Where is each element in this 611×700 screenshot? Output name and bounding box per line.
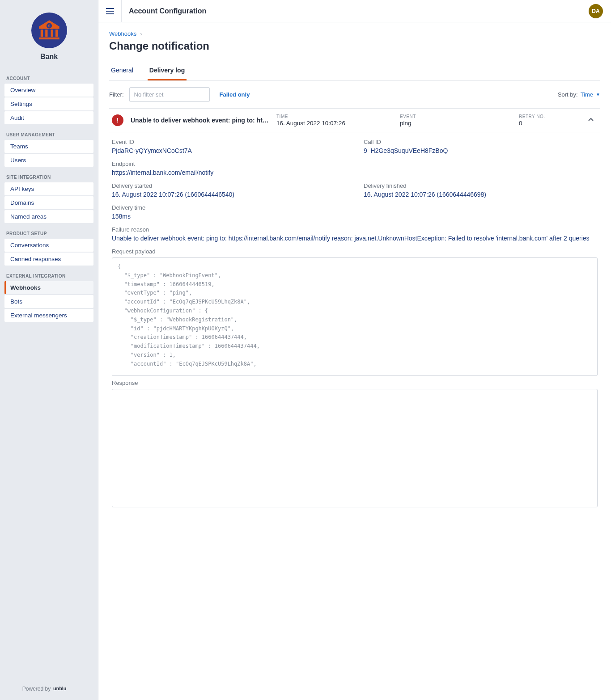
svg-rect-6 <box>39 38 59 39</box>
delivery-time-value: 158ms <box>112 213 346 220</box>
started-value: 16. August 2022 10:07:26 (1660644446540) <box>112 191 346 198</box>
svg-rect-2 <box>40 30 42 37</box>
svg-text:$: $ <box>48 24 50 28</box>
caret-down-icon[interactable]: ▼ <box>596 92 600 97</box>
svg-rect-3 <box>45 30 47 37</box>
bank-icon: $ <box>37 18 62 43</box>
chevron-up-icon <box>588 117 594 123</box>
sidebar-item-audit[interactable]: Audit <box>4 111 93 124</box>
tab-delivery-log[interactable]: Delivery log <box>148 62 187 80</box>
sidebar: $ Bank ACCOUNT Overview Settings Audit U… <box>0 0 98 700</box>
request-payload-box[interactable]: { "$_type" : "WebhookPingEvent", "timest… <box>112 257 598 376</box>
failure-reason-label: Failure reason <box>112 226 598 233</box>
svg-rect-8 <box>106 8 114 9</box>
nav-section-product: PRODUCT SETUP <box>4 228 93 238</box>
avatar[interactable]: DA <box>589 4 603 18</box>
unblu-logo-icon: unblu <box>53 686 76 692</box>
event-id-label: Event ID <box>112 139 346 145</box>
call-id-value: 9_H2Ge3qSuquVEeH8FzBoQ <box>364 147 598 154</box>
chevron-right-icon: › <box>140 30 142 37</box>
log-event-value: ping <box>400 120 512 127</box>
collapse-button[interactable] <box>588 117 594 124</box>
brand-logo: $ <box>31 13 67 48</box>
endpoint-label: Endpoint <box>112 160 346 167</box>
tabs: General Delivery log <box>109 62 600 81</box>
tab-general[interactable]: General <box>109 62 135 80</box>
svg-rect-4 <box>51 30 53 37</box>
failure-reason-value: Unable to deliver webhook event: ping to… <box>112 235 598 242</box>
filter-row: Filter: Failed only Sort by: Time ▼ <box>109 81 600 109</box>
failed-only-button[interactable]: Failed only <box>220 91 250 98</box>
response-box[interactable] <box>112 389 598 507</box>
delivery-time-label: Delivery time <box>112 204 346 211</box>
svg-rect-10 <box>106 13 114 14</box>
sidebar-item-settings[interactable]: Settings <box>4 97 93 110</box>
log-time-label: TIME <box>276 114 393 119</box>
log-event-label: EVENT <box>400 114 512 119</box>
sidebar-item-bots[interactable]: Bots <box>4 295 93 308</box>
sort-label: Sort by: <box>558 91 578 98</box>
sidebar-item-teams[interactable]: Teams <box>4 140 93 153</box>
finished-value: 16. August 2022 10:07:26 (1660644446698) <box>364 191 598 198</box>
log-retry-label: RETRY NO. <box>519 114 559 119</box>
sidebar-item-api-keys[interactable]: API keys <box>4 182 93 195</box>
log-message: Unable to deliver webhook event: ping to… <box>131 117 269 124</box>
sidebar-item-users[interactable]: Users <box>4 154 93 167</box>
log-retry-value: 0 <box>519 120 559 127</box>
nav-section-ext-int: EXTERNAL INTEGRATION <box>4 270 93 280</box>
request-payload-label: Request payload <box>112 248 598 255</box>
response-label: Response <box>112 380 598 386</box>
powered-by-label: Powered by <box>22 686 51 692</box>
log-row[interactable]: ! Unable to deliver webhook event: ping … <box>109 109 600 132</box>
hamburger-icon <box>106 7 114 15</box>
call-id-label: Call ID <box>364 139 598 145</box>
svg-rect-9 <box>106 11 114 12</box>
log-time-value: 16. August 2022 10:07:26 <box>276 120 393 127</box>
nav-section-site-int: SITE INTEGRATION <box>4 171 93 181</box>
brand-block: $ Bank <box>0 0 98 70</box>
menu-toggle-button[interactable] <box>98 0 122 22</box>
sort-control: Sort by: Time ▼ <box>558 91 600 98</box>
topbar-title: Account Configuration <box>122 7 206 15</box>
svg-text:unblu: unblu <box>53 686 66 691</box>
error-icon: ! <box>112 114 123 126</box>
sidebar-item-overview[interactable]: Overview <box>4 84 93 97</box>
sidebar-item-ext-msg[interactable]: External messengers <box>4 309 93 322</box>
sidebar-footer: Powered by unblu <box>0 679 98 700</box>
main-content: Account Configuration DA Webhooks › Chan… <box>98 0 611 700</box>
filter-label: Filter: <box>109 91 124 98</box>
brand-name: Bank <box>40 53 58 61</box>
nav-section-user-mgmt: USER MANAGEMENT <box>4 129 93 139</box>
page-title: Change notification <box>109 40 600 52</box>
endpoint-value: https://internal.bank.com/email/notify <box>112 169 346 176</box>
nav-section-account: ACCOUNT <box>4 72 93 83</box>
svg-rect-5 <box>55 30 58 37</box>
sidebar-item-conversations[interactable]: Conversations <box>4 239 93 252</box>
sort-value[interactable]: Time <box>581 91 593 98</box>
log-detail: Event ID PjdaRC-yQYymcxNCoCst7A Call ID … <box>109 132 600 511</box>
started-label: Delivery started <box>112 182 346 189</box>
sidebar-item-named-areas[interactable]: Named areas <box>4 210 93 223</box>
breadcrumb-webhooks[interactable]: Webhooks <box>109 30 136 37</box>
filter-input[interactable] <box>129 87 210 102</box>
sidebar-item-canned[interactable]: Canned responses <box>4 253 93 266</box>
event-id-value: PjdaRC-yQYymcxNCoCst7A <box>112 147 346 154</box>
topbar: Account Configuration DA <box>98 0 611 22</box>
sidebar-item-domains[interactable]: Domains <box>4 196 93 209</box>
sidebar-item-webhooks[interactable]: Webhooks <box>4 281 93 294</box>
breadcrumb: Webhooks › <box>109 30 600 37</box>
finished-label: Delivery finished <box>364 182 598 189</box>
